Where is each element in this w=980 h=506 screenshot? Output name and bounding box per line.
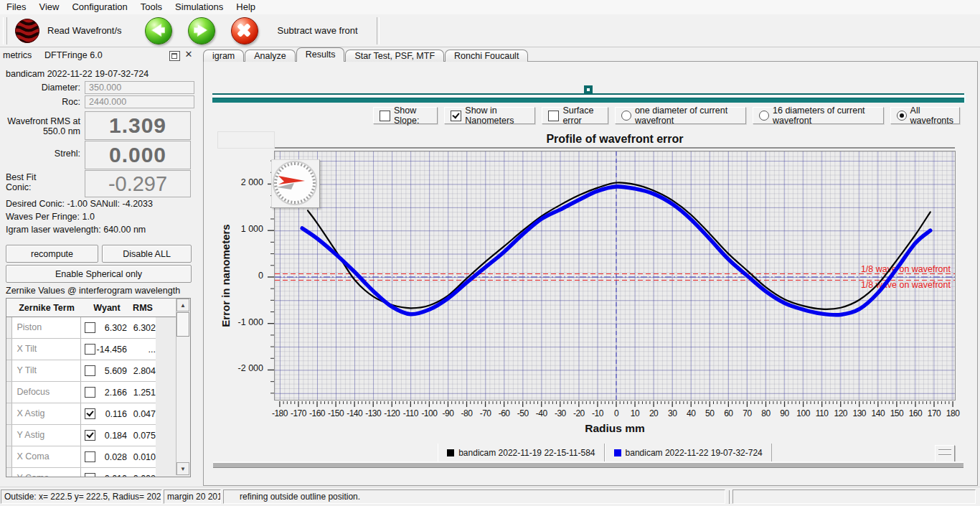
table-row-defocus[interactable]: Defocus2.1661.251 [6, 382, 156, 403]
roc-label: Roc: [1, 97, 80, 107]
tab-igram[interactable]: igram [203, 50, 244, 62]
radio-16-diameters-of-current-wavefront[interactable]: 16 diameters of current wavefront [753, 107, 884, 124]
row-header-gutter [6, 382, 12, 403]
radio-one-diameter-of-current-wavefront[interactable]: one diameter of current wavefront [615, 107, 746, 124]
radio-indicator [621, 111, 631, 121]
profile-slider[interactable] [212, 93, 966, 103]
recompute-button[interactable]: recompute [6, 245, 98, 263]
scroll-down-icon[interactable]: ▼ [176, 462, 189, 475]
disable-all-button[interactable]: Disable ALL [102, 245, 192, 263]
zernike-table: Zernike Term Wyant RMS Piston6.3026.302X… [6, 298, 191, 477]
table-row-y-coma[interactable]: Y Coma0.0100.002 [6, 468, 156, 477]
legend-label: bandicam 2022-11-22 19-07-32-724 [626, 448, 763, 458]
legend-swatch [614, 449, 621, 456]
menu-tools[interactable]: Tools [134, 0, 169, 14]
zernike-enable-checkbox[interactable] [85, 473, 95, 477]
legend-item-0[interactable]: bandicam 2022-11-19 22-15-11-584 [438, 444, 604, 462]
defocus-gauge[interactable] [271, 159, 320, 208]
menu-help[interactable]: Help [230, 0, 262, 14]
wyant-value: -14.456 [95, 345, 127, 355]
toolbar: Read Wavefront/s Subtract wave front [0, 14, 980, 47]
radio-all-wavefronts[interactable]: All wavefronts [890, 107, 960, 124]
current-wavefront-name: bandicam 2022-11-22 19-07-32-724 [6, 69, 149, 79]
enable-spherical-only-button[interactable]: Enable Spherical only [6, 265, 192, 283]
row-header-gutter [6, 403, 12, 424]
checkbox-show-slope[interactable]: Show Slope: [373, 107, 438, 124]
tab-star-test-psf-mtf[interactable]: Star Test, PSF, MTF [345, 50, 444, 62]
table-row-x-tilt[interactable]: X Tilt-14.456... [6, 339, 156, 360]
tab-results[interactable]: Results [296, 47, 345, 62]
col-zernike-term: Zernike Term [6, 303, 87, 313]
previous-wavefront-button[interactable] [145, 17, 172, 44]
menu-files[interactable]: Files [0, 0, 32, 14]
table-row-y-tilt[interactable]: Y Tilt5.6092.804 [6, 360, 156, 382]
zernike-term: Piston [12, 317, 81, 338]
dock-title: metrics [3, 50, 32, 60]
roc-field[interactable]: 2440.000 [85, 95, 194, 108]
next-wavefront-button[interactable] [188, 17, 215, 44]
tab-bar: igramAnalyzeResultsStar Test, PSF, MTFRo… [203, 47, 529, 62]
x-axis-title: Radius mm [275, 422, 955, 435]
status-extra-panel [732, 489, 976, 504]
app-title: DFTFringe 6.0 [44, 50, 103, 60]
toolbar-grip[interactable] [3, 17, 7, 44]
zernike-enable-checkbox[interactable] [85, 408, 95, 419]
dock-float-icon[interactable] [169, 51, 180, 61]
diameter-label: Diameter: [1, 83, 80, 93]
table-row-x-astig[interactable]: X Astig0.1160.047 [6, 403, 156, 425]
scrollbar-thumb[interactable] [176, 312, 189, 337]
dock-title-bar[interactable]: metrics DFTFringe 6.0 ✕ [0, 47, 194, 63]
zernike-enable-checkbox[interactable] [85, 451, 95, 462]
best-fit-conic-label: Best Fit Conic: [6, 172, 63, 192]
zernike-table-header[interactable]: Zernike Term Wyant RMS [6, 299, 190, 317]
zernike-enable-checkbox[interactable] [85, 365, 95, 376]
diameter-field[interactable]: 350.000 [85, 81, 194, 94]
table-scrollbar[interactable]: ▲ ▼ [176, 299, 190, 475]
laser-wavelength-line: Igram laser wavelength: 640.00 nm [6, 225, 146, 235]
tab-ronchi-foucault[interactable]: Ronchi Foucault [445, 50, 528, 62]
toolbar-separator [377, 17, 380, 44]
rms-value: 2.804 [127, 366, 156, 376]
delete-wavefront-button[interactable] [231, 17, 258, 44]
menu-configuration[interactable]: Configuration [65, 0, 133, 14]
subtract-wavefront-label[interactable]: Subtract wave front [278, 25, 358, 36]
rms-label: Wavefront RMS at 550.0 nm [1, 116, 80, 139]
dock-close-icon[interactable]: ✕ [184, 50, 194, 60]
profile-slider-handle[interactable] [584, 85, 593, 94]
checkbox-surface-error[interactable]: Surface error [542, 107, 608, 124]
col-wyant: Wyant [87, 303, 127, 313]
scroll-up-icon[interactable]: ▲ [176, 299, 189, 311]
read-wavefront-label[interactable]: Read Wavefront/s [47, 25, 122, 36]
rms-value: 0.075 [127, 431, 156, 441]
table-row-piston[interactable]: Piston6.3026.302 [6, 317, 156, 339]
legend-item-1[interactable]: bandicam 2022-11-22 19-07-32-724 [605, 444, 772, 462]
strehl-value: 0.000 [85, 141, 191, 169]
x-icon [233, 19, 254, 40]
checkbox-indicator [451, 111, 461, 121]
checkbox-show-in-nanometers[interactable]: Show in Nanometers [444, 107, 535, 124]
wyant-value: 0.028 [95, 452, 127, 462]
rms-value: 0.010 [127, 452, 156, 462]
tab-analyze[interactable]: Analyze [245, 50, 295, 62]
zernike-term: Y Coma [12, 468, 81, 477]
chart-bottom-splitter[interactable] [213, 462, 963, 468]
zernike-table-title: Zernike Values @ interferogram wavelengt… [6, 286, 180, 296]
rms-value: 0.047 [127, 409, 156, 419]
table-row-y-astig[interactable]: Y Astig0.1840.075 [6, 425, 156, 446]
zernike-enable-checkbox[interactable] [85, 344, 95, 355]
menu-view[interactable]: View [32, 0, 65, 14]
chart-corner-panel [217, 131, 275, 149]
col-rms: RMS [127, 303, 159, 313]
table-row-x-coma[interactable]: X Coma0.0280.010 [6, 446, 156, 468]
series-curve-0 [308, 182, 930, 309]
zernike-enable-checkbox[interactable] [85, 387, 95, 398]
legend-grip-button[interactable] [935, 445, 955, 463]
status-message: refining outside outline position. [223, 489, 725, 504]
gauge-dial-icon [272, 160, 318, 206]
zernike-enable-checkbox[interactable] [85, 322, 95, 333]
interferogram-icon[interactable] [14, 18, 40, 44]
zernike-term: X Coma [12, 446, 81, 467]
zernike-enable-checkbox[interactable] [85, 430, 95, 441]
menu-simulations[interactable]: Simulations [169, 0, 230, 14]
waves-per-fringe-line: Waves Per Fringe: 1.0 [6, 212, 95, 222]
